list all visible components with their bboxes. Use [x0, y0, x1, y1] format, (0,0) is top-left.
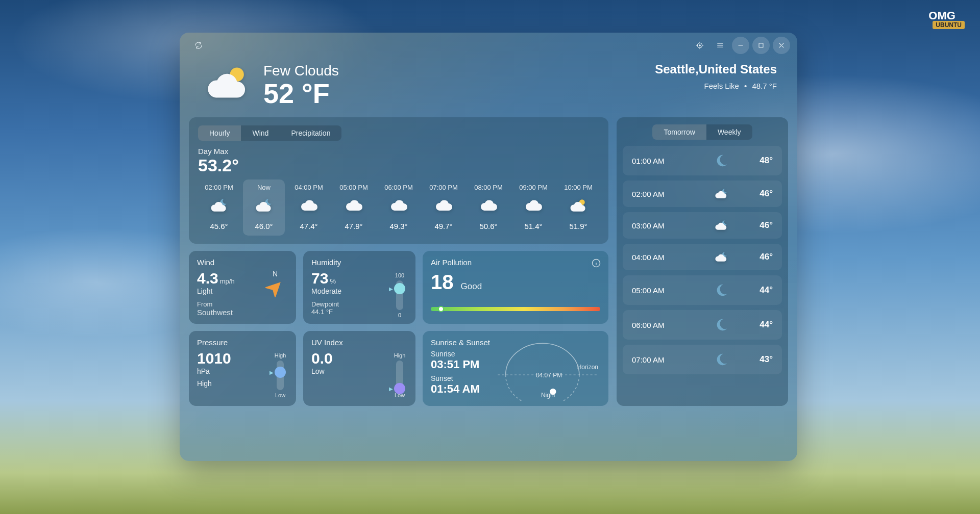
- tomorrow-tabs: TomorrowWeekly: [652, 124, 752, 140]
- hourly-time: 09:00 PM: [514, 184, 552, 191]
- hourly-temp: 46.0°: [245, 222, 283, 230]
- hourly-temp: 51.9°: [559, 222, 597, 230]
- menu-button[interactable]: [712, 37, 729, 54]
- tab-precipitation[interactable]: Precipitation: [280, 125, 341, 141]
- feels-like: Feels Like • 48.7 °F: [655, 82, 777, 90]
- sunrise-value: 03:51 PM: [431, 358, 490, 371]
- svg-rect-2: [759, 43, 763, 47]
- tomorrow-row[interactable]: 06:00 AM 44°: [623, 310, 782, 340]
- hourly-item[interactable]: 06:00 PM 49.3°: [378, 179, 420, 236]
- hero: Few Clouds 52 °F Seattle,United States F…: [180, 58, 797, 117]
- hourly-item[interactable]: 09:00 PM 51.4°: [512, 179, 554, 236]
- tab-weekly[interactable]: Weekly: [706, 124, 752, 140]
- wind-card: Wind 4.3mp/h Light FromSouthwest N: [189, 251, 296, 324]
- sunrise-sunset-card: Sunrise & Sunset Sunrise 03:51 PM Sunset…: [423, 331, 608, 406]
- tomorrow-temp: 46°: [760, 220, 773, 230]
- location-text: Seattle,United States: [655, 62, 777, 76]
- wind-arrow-icon: [265, 278, 285, 297]
- hourly-item[interactable]: 08:00 PM 50.6°: [468, 179, 509, 236]
- humidity-card: Humidity 73% Moderate Dewpoint44.1 °F 10…: [303, 251, 415, 324]
- uv-gauge: High ▶ Low: [392, 352, 407, 398]
- hourly-row: 02:00 PM 45.6°Now 46.0°04:00 PM 47.4°05:…: [198, 179, 599, 236]
- hourly-temp: 45.6°: [200, 222, 238, 230]
- day-max-value: 53.2°: [198, 156, 599, 175]
- refresh-button[interactable]: [190, 37, 207, 54]
- weather-window: Few Clouds 52 °F Seattle,United States F…: [180, 33, 797, 461]
- close-icon: [777, 41, 786, 49]
- hourly-time: 10:00 PM: [559, 184, 597, 191]
- hourly-item[interactable]: Now 46.0°: [243, 179, 285, 236]
- hourly-temp: 49.3°: [380, 222, 418, 230]
- locate-button[interactable]: [691, 37, 708, 54]
- hourly-icon: [470, 195, 507, 216]
- hourly-time: 06:00 PM: [380, 184, 418, 191]
- tomorrow-row[interactable]: 04:00 AM 46°: [623, 244, 782, 270]
- hourly-item[interactable]: 05:00 PM 47.9°: [333, 179, 375, 236]
- tomorrow-temp: 46°: [760, 252, 773, 262]
- tomorrow-temp: 44°: [760, 320, 773, 330]
- hourly-time: 02:00 PM: [200, 184, 238, 191]
- tab-wind[interactable]: Wind: [241, 125, 280, 141]
- pressure-title: Pressure: [197, 338, 288, 347]
- hourly-time: 08:00 PM: [470, 184, 507, 191]
- tomorrow-row[interactable]: 01:00 AM 48°: [623, 146, 782, 175]
- info-icon[interactable]: [591, 258, 601, 268]
- tomorrow-icon: [683, 352, 760, 367]
- pressure-gauge: High ▶ Low: [273, 352, 288, 398]
- hourly-temp: 47.4°: [290, 222, 328, 230]
- hourly-panel: HourlyWindPrecipitation Day Max 53.2° 02…: [189, 117, 608, 244]
- wind-desc: Light: [197, 287, 235, 295]
- tomorrow-temp: 48°: [760, 156, 773, 166]
- hourly-icon: [559, 195, 597, 216]
- hourly-time: Now: [245, 184, 283, 191]
- tab-tomorrow[interactable]: Tomorrow: [652, 124, 706, 140]
- hourly-time: 07:00 PM: [425, 184, 462, 191]
- tomorrow-icon: [683, 317, 760, 332]
- hourly-time: 04:00 PM: [290, 184, 328, 191]
- tomorrow-time: 05:00 AM: [632, 286, 683, 295]
- tomorrow-row[interactable]: 03:00 AM 46°: [623, 212, 782, 239]
- tomorrow-icon: [683, 282, 760, 298]
- omg-ubuntu-watermark: OMGUBUNTU: [928, 9, 965, 31]
- tomorrow-time: 01:00 AM: [632, 157, 683, 165]
- tomorrow-row[interactable]: 02:00 AM 46°: [623, 181, 782, 207]
- tomorrow-time: 02:00 AM: [632, 190, 683, 198]
- tomorrow-icon: [683, 251, 760, 263]
- condition-icon: [202, 62, 253, 108]
- tomorrow-time: 07:00 AM: [632, 355, 683, 364]
- hourly-item[interactable]: 07:00 PM 49.7°: [423, 179, 464, 236]
- uv-title: UV Index: [311, 338, 407, 347]
- hamburger-icon: [716, 41, 724, 49]
- close-button[interactable]: [773, 37, 790, 54]
- hourly-icon: [514, 195, 552, 216]
- temperature-text: 52 °F: [263, 79, 339, 108]
- titlebar: [180, 33, 797, 58]
- sun-arc-diagram: Horizon 04:07 PM Night: [495, 338, 600, 399]
- tomorrow-temp: 43°: [760, 354, 773, 365]
- air-desc: Good: [461, 281, 482, 292]
- air-value: 18: [431, 271, 454, 294]
- tomorrow-row[interactable]: 07:00 AM 43°: [623, 345, 782, 374]
- hourly-item[interactable]: 04:00 PM 47.4°: [288, 179, 330, 236]
- condition-text: Few Clouds: [263, 63, 339, 79]
- tomorrow-icon: [683, 219, 760, 232]
- wind-title: Wind: [197, 258, 288, 267]
- tomorrow-panel: TomorrowWeekly 01:00 AM 48°02:00 AM 46°0…: [617, 117, 788, 406]
- tab-hourly[interactable]: Hourly: [198, 125, 241, 141]
- tomorrow-icon: [683, 153, 760, 168]
- refresh-icon: [194, 41, 203, 49]
- minimize-icon: [737, 41, 745, 49]
- hourly-item[interactable]: 10:00 PM 51.9°: [557, 179, 599, 236]
- wind-value: 4.3: [197, 270, 218, 287]
- tomorrow-time: 04:00 AM: [632, 253, 683, 262]
- hourly-item[interactable]: 02:00 PM 45.6°: [198, 179, 240, 236]
- tomorrow-temp: 44°: [760, 285, 773, 295]
- maximize-button[interactable]: [752, 37, 770, 54]
- minimize-button[interactable]: [732, 37, 749, 54]
- target-icon: [696, 41, 704, 49]
- hourly-temp: 47.9°: [335, 222, 373, 230]
- humidity-value: 73: [311, 270, 328, 287]
- tomorrow-row[interactable]: 05:00 AM 44°: [623, 275, 782, 305]
- tomorrow-time: 06:00 AM: [632, 321, 683, 329]
- hourly-temp: 50.6°: [470, 222, 507, 230]
